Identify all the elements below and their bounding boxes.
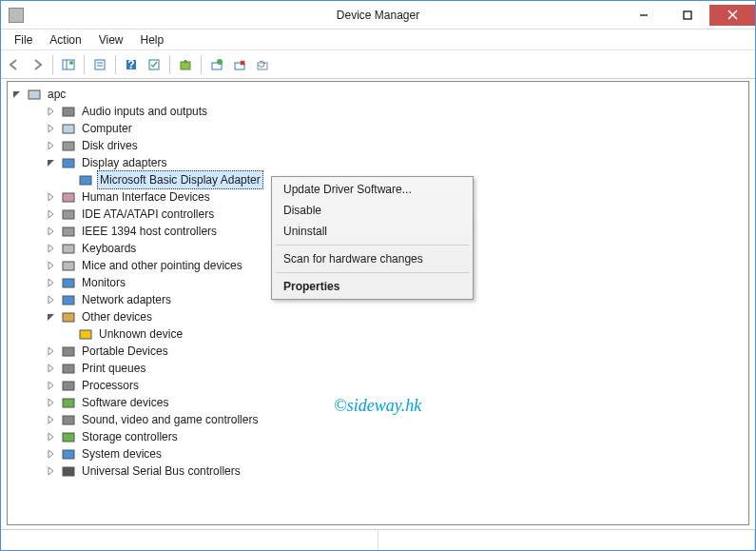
tree-node[interactable]: Disk drives (10, 137, 746, 154)
uninstall-button[interactable] (230, 55, 249, 74)
tree-node[interactable]: apc (10, 86, 746, 103)
action-tick-button[interactable] (145, 55, 164, 74)
printer-icon (61, 361, 76, 376)
tree-node[interactable]: Print queues (10, 360, 746, 377)
tree-node-label[interactable]: Sound, video and game controllers (80, 411, 260, 428)
svg-rect-24 (63, 159, 74, 167)
tree-node[interactable]: Other devices (10, 308, 746, 325)
expand-arrow-icon[interactable] (46, 363, 57, 374)
properties-button[interactable] (90, 55, 109, 74)
tree-node[interactable]: Portable Devices (10, 343, 746, 360)
tree-node-label[interactable]: Unknown device (97, 325, 184, 343)
expand-arrow-icon[interactable] (46, 140, 57, 151)
maximize-button[interactable] (666, 5, 709, 26)
window-controls (622, 5, 755, 26)
menu-view[interactable]: View (91, 31, 131, 49)
monitor-icon (61, 275, 76, 290)
menubar: File Action View Help (1, 30, 755, 50)
tree-node-label[interactable]: Mice and other pointing devices (80, 257, 244, 274)
tree-node-label[interactable]: Other devices (80, 308, 154, 325)
menu-help[interactable]: Help (133, 31, 172, 49)
unknown-icon (78, 326, 93, 342)
tree-node-label[interactable]: Monitors (80, 274, 127, 291)
context-menu-item[interactable]: Disable (274, 200, 471, 221)
tree-node[interactable]: System devices (10, 445, 746, 462)
svg-rect-39 (63, 416, 74, 424)
tree-node[interactable]: Unknown device (10, 325, 746, 343)
tree-node-label[interactable]: Display adapters (80, 154, 168, 171)
tree-node-label[interactable]: Print queues (80, 360, 147, 377)
tree-node-label[interactable]: Computer (80, 120, 134, 137)
svg-text:?: ? (127, 58, 134, 71)
context-menu-item[interactable]: Scan for hardware changes (274, 248, 471, 269)
tree-node[interactable]: Display adapters (10, 154, 746, 171)
svg-rect-29 (63, 245, 74, 253)
tree-node-label[interactable]: IEEE 1394 host controllers (80, 223, 219, 240)
tree-node-label[interactable]: Software devices (80, 394, 170, 411)
separator (115, 55, 116, 74)
tree-node-label[interactable]: System devices (80, 445, 164, 462)
tree-node-label[interactable]: Audio inputs and outputs (80, 103, 209, 120)
tree-node[interactable]: Storage controllers (10, 428, 746, 445)
expand-arrow-icon[interactable] (46, 414, 57, 425)
tree-node[interactable]: Universal Serial Bus controllers (10, 462, 746, 480)
computer-icon (61, 121, 76, 136)
tree-node-label[interactable]: Disk drives (80, 137, 140, 154)
tree-node-label[interactable]: apc (46, 86, 68, 103)
update-driver-button[interactable] (176, 55, 195, 74)
context-menu: Update Driver Software...DisableUninstal… (271, 176, 474, 300)
context-menu-item[interactable]: Uninstall (274, 221, 471, 242)
console-tree-button[interactable] (59, 55, 78, 74)
forward-button[interactable] (28, 55, 47, 74)
help-button[interactable]: ? (122, 55, 141, 74)
svg-point-15 (217, 59, 223, 65)
expand-arrow-open-icon[interactable] (46, 157, 57, 168)
tree-node-label[interactable]: Processors (80, 377, 141, 394)
context-menu-separator (276, 245, 469, 246)
close-button[interactable] (709, 5, 755, 26)
tree-node[interactable]: Audio inputs and outputs (10, 103, 746, 120)
context-menu-item[interactable]: Properties (274, 276, 471, 297)
back-button[interactable] (5, 55, 24, 74)
context-menu-item[interactable]: Update Driver Software... (274, 179, 471, 200)
minimize-button[interactable] (622, 5, 666, 26)
tree-node-label[interactable]: Storage controllers (80, 428, 180, 445)
tree-node-label[interactable]: Network adapters (80, 291, 173, 308)
tree-node-label[interactable]: Universal Serial Bus controllers (80, 462, 242, 480)
expand-arrow-icon[interactable] (46, 277, 57, 288)
titlebar: Device Manager (1, 1, 755, 30)
expand-arrow-icon[interactable] (46, 191, 57, 203)
expand-arrow-icon[interactable] (46, 380, 57, 391)
expand-arrow-icon[interactable] (46, 208, 57, 220)
tree-node-label[interactable]: Human Interface Devices (80, 188, 212, 206)
expand-arrow-icon[interactable] (46, 226, 57, 237)
ieee-icon (61, 224, 76, 239)
tree-node-label[interactable]: IDE ATA/ATAPI controllers (80, 206, 216, 223)
tree-node-label[interactable]: Portable Devices (80, 343, 170, 360)
expand-arrow-open-icon[interactable] (11, 89, 23, 100)
tree-node-label[interactable]: Microsoft Basic Display Adapter (97, 170, 263, 189)
separator (84, 55, 85, 74)
expand-arrow-icon[interactable] (46, 345, 57, 357)
expand-arrow-icon[interactable] (46, 123, 57, 134)
menu-action[interactable]: Action (42, 31, 88, 49)
expand-arrow-icon[interactable] (46, 243, 57, 254)
refresh-button[interactable] (253, 55, 272, 74)
expand-arrow-icon[interactable] (46, 431, 57, 443)
tree-node[interactable]: Computer (10, 120, 746, 137)
mouse-icon (61, 258, 76, 273)
svg-rect-34 (80, 330, 91, 339)
expand-arrow-icon[interactable] (46, 448, 57, 460)
separator (52, 55, 53, 74)
expand-arrow-open-icon[interactable] (46, 311, 57, 323)
expand-arrow-icon[interactable] (46, 294, 57, 305)
expand-arrow-icon[interactable] (46, 260, 57, 271)
scan-hardware-button[interactable] (207, 55, 226, 74)
other-icon (61, 309, 76, 325)
tree-node-label[interactable]: Keyboards (80, 240, 138, 257)
menu-file[interactable]: File (7, 31, 40, 49)
expand-arrow-icon[interactable] (46, 106, 57, 117)
expand-arrow-icon[interactable] (46, 397, 57, 408)
expand-arrow-icon[interactable] (46, 465, 57, 477)
tree-node[interactable]: Processors (10, 377, 746, 394)
